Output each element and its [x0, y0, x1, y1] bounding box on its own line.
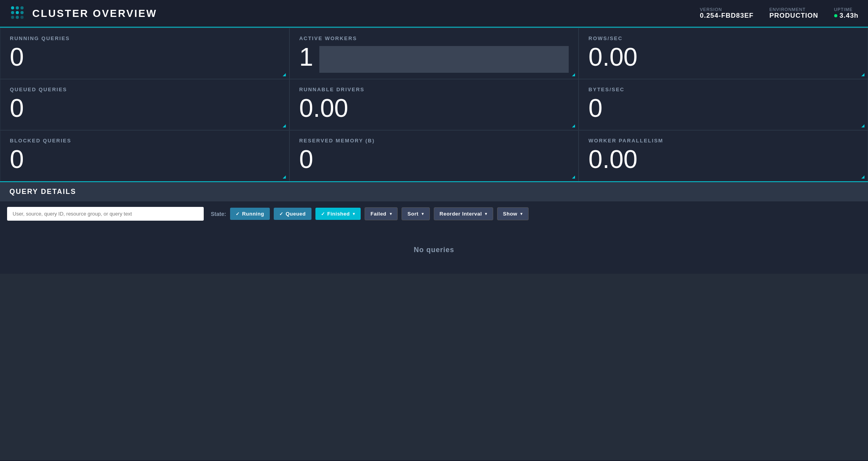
- svg-point-7: [16, 16, 19, 19]
- metric-label-reserved-memory: RESERVED MEMORY (B): [299, 138, 569, 144]
- metric-label-active-workers: ACTIVE WORKERS: [299, 35, 569, 41]
- svg-point-1: [16, 6, 19, 9]
- metric-card-worker-parallelism: WORKER PARALLELISM0.00: [579, 130, 868, 181]
- queued-check-icon: ✓: [279, 211, 284, 217]
- svg-point-8: [20, 16, 24, 19]
- metric-corner-active-workers: [572, 73, 575, 76]
- uptime-value: 3.43h: [834, 12, 859, 20]
- running-filter-button[interactable]: ✓ Running: [230, 208, 270, 220]
- state-label: State:: [211, 211, 226, 217]
- metric-label-bytes-sec: BYTES/SEC: [588, 87, 858, 92]
- environment-value: PRODUCTION: [769, 12, 818, 20]
- queued-filter-button[interactable]: ✓ Queued: [274, 208, 311, 220]
- show-dropdown-arrow: ▾: [520, 212, 523, 216]
- metric-card-blocked-queries: BLOCKED QUERIES0: [0, 130, 289, 181]
- running-check-icon: ✓: [236, 211, 240, 217]
- metric-label-worker-parallelism: WORKER PARALLELISM: [588, 138, 858, 144]
- main-content: RUNNING QUERIES0ACTIVE WORKERS1ROWS/SEC0…: [0, 28, 868, 460]
- header-meta: VERSION 0.254-FBD83EF ENVIRONMENT PRODUC…: [700, 7, 859, 20]
- failed-dropdown-arrow: ▾: [390, 212, 392, 216]
- metric-card-running-queries: RUNNING QUERIES0: [0, 28, 289, 79]
- sort-button[interactable]: Sort ▾: [402, 207, 430, 220]
- workers-content: 1: [299, 44, 569, 73]
- metric-corner-rows-sec: [861, 73, 864, 76]
- query-details-title: QUERY DETAILS: [9, 188, 76, 195]
- metric-corner-queued-queries: [283, 124, 286, 127]
- no-queries-message: No queries: [0, 226, 868, 274]
- metric-label-running-queries: RUNNING QUERIES: [10, 35, 280, 41]
- metric-label-blocked-queries: BLOCKED QUERIES: [10, 138, 280, 144]
- query-details-header: QUERY DETAILS: [0, 182, 868, 201]
- logo-icon: [9, 5, 27, 22]
- metrics-grid: RUNNING QUERIES0ACTIVE WORKERS1ROWS/SEC0…: [0, 28, 868, 181]
- logo-area: CLUSTER OVERVIEW: [9, 5, 157, 22]
- svg-point-3: [11, 11, 14, 14]
- metric-corner-running-queries: [283, 73, 286, 76]
- metric-value-blocked-queries: 0: [10, 147, 280, 172]
- finished-check-icon: ✓: [321, 211, 325, 217]
- uptime-indicator: [834, 14, 837, 17]
- metric-value-runnable-drivers: 0.00: [299, 96, 569, 121]
- finished-filter-button[interactable]: ✓ Finished ▾: [315, 208, 361, 220]
- metric-value-running-queries: 0: [10, 44, 280, 70]
- query-details-section: QUERY DETAILS State: ✓ Running ✓ Queued …: [0, 181, 868, 460]
- metric-value-reserved-memory: 0: [299, 147, 569, 172]
- show-button[interactable]: Show ▾: [497, 207, 529, 220]
- query-controls: State: ✓ Running ✓ Queued ✓ Finished ▾ F…: [0, 201, 868, 226]
- environment-label: ENVIRONMENT: [769, 7, 818, 12]
- metric-value-worker-parallelism: 0.00: [588, 147, 858, 172]
- metric-card-runnable-drivers: RUNNABLE DRIVERS0.00: [289, 79, 579, 130]
- metric-card-queued-queries: QUEUED QUERIES0: [0, 79, 289, 130]
- metric-value-bytes-sec: 0: [588, 96, 858, 121]
- metric-corner-bytes-sec: [861, 124, 864, 127]
- workers-bar: [319, 46, 569, 73]
- metric-label-rows-sec: ROWS/SEC: [588, 35, 858, 41]
- page-title: CLUSTER OVERVIEW: [32, 7, 157, 20]
- version-info: VERSION 0.254-FBD83EF: [700, 7, 754, 20]
- metric-card-rows-sec: ROWS/SEC0.00: [579, 28, 868, 79]
- uptime-label: UPTIME: [834, 7, 859, 12]
- reorder-dropdown-arrow: ▾: [485, 212, 487, 216]
- metric-corner-runnable-drivers: [572, 124, 575, 127]
- metric-value-queued-queries: 0: [10, 96, 280, 121]
- svg-point-0: [11, 6, 14, 9]
- metric-label-runnable-drivers: RUNNABLE DRIVERS: [299, 87, 569, 92]
- metric-card-bytes-sec: BYTES/SEC0: [579, 79, 868, 130]
- metric-corner-reserved-memory: [572, 175, 575, 179]
- sort-dropdown-arrow: ▾: [422, 212, 424, 216]
- svg-point-4: [16, 11, 19, 14]
- metric-value-rows-sec: 0.00: [588, 44, 858, 70]
- svg-point-6: [11, 16, 14, 19]
- metric-corner-worker-parallelism: [861, 175, 864, 179]
- active-workers-value: 1: [299, 44, 313, 70]
- version-value: 0.254-FBD83EF: [700, 12, 754, 20]
- metric-label-queued-queries: QUEUED QUERIES: [10, 87, 280, 92]
- search-input[interactable]: [7, 207, 204, 221]
- reorder-interval-button[interactable]: Reorder Interval ▾: [434, 207, 493, 220]
- app-header: CLUSTER OVERVIEW VERSION 0.254-FBD83EF E…: [0, 0, 868, 28]
- environment-info: ENVIRONMENT PRODUCTION: [769, 7, 818, 20]
- metric-corner-blocked-queries: [283, 175, 286, 179]
- metric-card-active-workers: ACTIVE WORKERS1: [289, 28, 579, 79]
- svg-point-2: [20, 6, 24, 9]
- version-label: VERSION: [700, 7, 754, 12]
- svg-point-5: [20, 11, 24, 14]
- uptime-info: UPTIME 3.43h: [834, 7, 859, 20]
- metric-card-reserved-memory: RESERVED MEMORY (B)0: [289, 130, 579, 181]
- finished-dropdown-arrow: ▾: [353, 212, 355, 216]
- failed-filter-button[interactable]: Failed ▾: [365, 207, 398, 220]
